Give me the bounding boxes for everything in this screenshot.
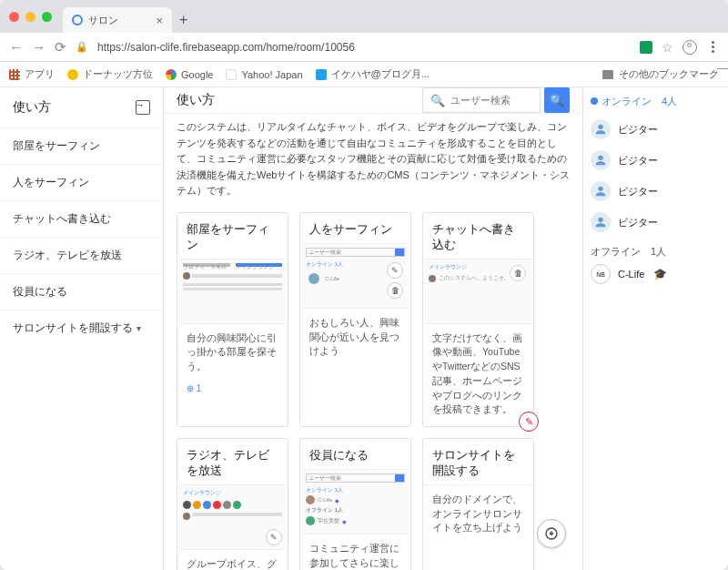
svg-point-1	[598, 156, 602, 160]
card-preview: メインラウンジ ✎	[179, 484, 286, 550]
delete-icon[interactable]: 🗑	[510, 265, 526, 281]
search-icon: 🔍	[430, 94, 445, 107]
clife-avatar-icon: NB	[591, 264, 611, 284]
profile-icon[interactable]	[682, 40, 697, 55]
forward-button[interactable]: →	[32, 39, 46, 55]
card-broadcast[interactable]: ラジオ、テレビを放送 メインラウンジ ✎	[177, 438, 288, 570]
card-chat-write[interactable]: チャットへ書き込む メインラウンジ このシステムへ、ようこそ。 🗑 ✎ 文字だけ…	[422, 212, 534, 427]
bookmark-google[interactable]: Google	[166, 69, 213, 80]
card-preview: ユーザー検索 オンライン 1人 C-Life ✎ 🗑	[302, 243, 409, 309]
sidebar-item-open-salon[interactable]: サロンサイトを開設する▾	[0, 310, 163, 346]
close-window-button[interactable]	[9, 12, 19, 22]
avatar-icon	[591, 150, 611, 170]
other-bookmarks[interactable]: その他のブックマーク	[619, 67, 719, 81]
bookmark-yahoo[interactable]: Yahoo! Japan	[226, 69, 302, 80]
minimize-window-button[interactable]	[25, 12, 35, 22]
main-content: 使い方 🔍 🔍 このシステムは、リアルタイムなチャット、ボイス、ビデオをグループ…	[164, 87, 582, 570]
card-preview: プロフィ・スキルメインラウンジ	[179, 259, 286, 324]
sidebar-item-broadcast[interactable]: ラジオ、テレビを放送	[0, 237, 163, 273]
overflow-dash: —	[717, 62, 728, 75]
new-tab-button[interactable]: +	[179, 12, 187, 28]
avatar-icon	[591, 119, 611, 139]
login-fab-button[interactable]	[537, 519, 566, 548]
chrome-menu-button[interactable]	[706, 41, 719, 53]
sidebar-item-people-surf[interactable]: 人をサーフィン	[0, 164, 163, 200]
online-heading: オンライン 4人	[591, 95, 721, 108]
bookmark-donuts[interactable]: ドーナッツ方位	[67, 67, 153, 81]
offline-heading: オフライン 1人	[591, 245, 721, 259]
bookmarks-bar: アプリ ドーナッツ方位 Google Yahoo! Japan イケハヤ@ブログ…	[0, 62, 728, 87]
card-people-surf[interactable]: 人をサーフィン ユーザー検索 オンライン 1人 C-Life ✎ 🗑 おもしろい…	[299, 212, 411, 427]
browser-toolbar: ← → ⟳ 🔒 https://salon-clife.firebaseapp.…	[0, 33, 728, 62]
chevron-down-icon: ▾	[136, 323, 141, 333]
presence-user[interactable]: ビジター	[591, 145, 721, 176]
yahoo-icon	[226, 69, 237, 80]
svg-point-2	[598, 187, 602, 191]
face-icon	[67, 69, 78, 80]
bookmark-star-icon[interactable]: ☆	[662, 40, 673, 55]
card-preview: ユーザー検索 オンライン 1人 C-Life◆ オフライン 1人 宇佐美愛◆	[302, 469, 409, 534]
edit-icon[interactable]: ✎	[387, 262, 403, 279]
folder-icon	[602, 70, 613, 79]
card-room-surf[interactable]: 部屋をサーフィン プロフィ・スキルメインラウンジ 自分の興味関心に引っ掛かる部屋…	[177, 212, 288, 427]
extension-icon[interactable]	[640, 41, 652, 54]
presence-panel: オンライン 4人 ビジター ビジター ビジター ビジター オフライン 1人 NB…	[582, 87, 728, 570]
left-sidebar: 使い方 部屋をサーフィン 人をサーフィン チャットへ書き込む ラジオ、テレビを放…	[0, 87, 164, 570]
back-button[interactable]: ←	[9, 39, 23, 55]
grad-cap-icon: 🎓	[653, 268, 667, 280]
user-search-input[interactable]	[450, 95, 532, 106]
bookmark-ikehaya[interactable]: イケハヤ@ブログ月...	[316, 67, 430, 81]
card-foot: ⊕ 1	[177, 383, 288, 401]
card-become-staff[interactable]: 役員になる ユーザー検索 オンライン 1人 C-Life◆ オフライン 1人 宇…	[299, 438, 411, 570]
presence-user[interactable]: ビジター	[591, 207, 721, 238]
tab-title: サロン	[88, 14, 118, 27]
card-open-salon[interactable]: サロンサイトを開設する 自分のドメインで、オンラインサロンサイトを立ち上げよう	[422, 438, 534, 570]
traffic-lights[interactable]	[9, 12, 52, 22]
edit-badge-icon[interactable]: ✎	[519, 412, 539, 432]
address-bar[interactable]: https://salon-clife.firebaseapp.com/home…	[97, 41, 631, 54]
login-icon	[544, 526, 559, 541]
user-search-button[interactable]: 🔍	[544, 87, 570, 113]
sidebar-item-become-staff[interactable]: 役員になる	[0, 273, 163, 310]
avatar-icon	[591, 181, 611, 201]
sidebar-item-room-surf[interactable]: 部屋をサーフィン	[0, 127, 163, 164]
presence-user-clife[interactable]: NB C-Life 🎓	[591, 259, 721, 290]
favicon-icon	[72, 15, 83, 25]
presence-user[interactable]: ビジター	[591, 114, 721, 145]
edit-icon[interactable]: ✎	[266, 529, 282, 545]
fullscreen-window-button[interactable]	[42, 12, 52, 22]
close-tab-button[interactable]: ×	[156, 14, 163, 27]
delete-icon[interactable]: 🗑	[387, 282, 403, 299]
sidebar-title: 使い方	[13, 99, 51, 116]
avatar-icon	[591, 212, 611, 232]
svg-point-3	[598, 218, 602, 222]
browser-tab[interactable]: サロン ×	[63, 7, 172, 33]
window-titlebar: サロン × +	[0, 0, 728, 33]
page-title: 使い方	[177, 92, 215, 108]
presence-user[interactable]: ビジター	[591, 176, 721, 207]
sidebar-item-chat-write[interactable]: チャットへ書き込む	[0, 200, 163, 237]
reload-button[interactable]: ⟳	[55, 39, 66, 56]
presence-dot-icon	[591, 97, 598, 105]
exit-icon[interactable]	[136, 100, 150, 115]
apps-grid-icon	[9, 69, 20, 80]
svg-point-0	[598, 125, 602, 129]
intro-text: このシステムは、リアルタイムなチャット、ボイス、ビデオをグループで楽しみ、コンテ…	[164, 113, 582, 209]
user-search-box[interactable]: 🔍	[422, 87, 541, 113]
lock-icon: 🔒	[76, 41, 88, 53]
card-preview: メインラウンジ このシステムへ、ようこそ。 🗑	[425, 259, 531, 324]
apps-shortcut[interactable]: アプリ	[9, 67, 55, 81]
card-grid: 部屋をサーフィン プロフィ・スキルメインラウンジ 自分の興味関心に引っ掛かる部屋…	[164, 209, 582, 570]
google-icon	[166, 69, 177, 80]
twitter-icon	[316, 69, 327, 80]
